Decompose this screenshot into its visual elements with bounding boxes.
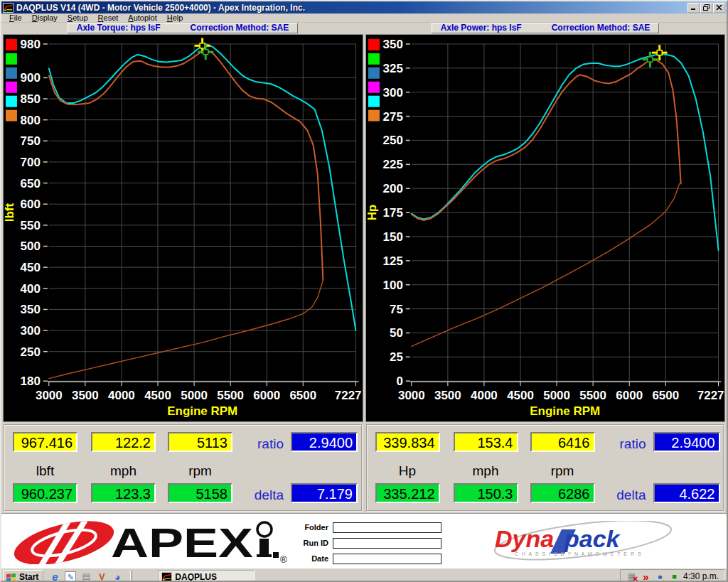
date-label: Date — [294, 554, 328, 563]
rpm-peak-value: 5158 — [168, 483, 232, 503]
speed-peak-value: 123.3 — [91, 483, 156, 503]
power-cursor-value: 339.834 — [375, 432, 440, 452]
status-square-icon[interactable]: ■ — [669, 571, 680, 582]
rpm-unit-label: rpm — [530, 463, 595, 479]
taskbar: Start e ✎ ▤ V ◕ DAQPLUS ▦✕ » ●▲ — [1, 568, 727, 582]
daqplus-task-button[interactable]: DAQPLUS — [158, 570, 255, 582]
windows-flag-icon — [6, 572, 17, 582]
svg-text:275: 275 — [382, 110, 402, 124]
svg-text:50: 50 — [389, 326, 402, 340]
svg-text:400: 400 — [21, 282, 41, 296]
compose-page-icon[interactable]: ✎ — [65, 571, 76, 582]
readouts-row: 967.416 122.2 5113 ratio 2.9400 lbft mph… — [1, 424, 727, 513]
peak-marker — [647, 57, 652, 62]
legend-swatch-3 — [6, 82, 17, 93]
legend-swatch-5 — [6, 110, 17, 122]
menu-file[interactable]: File — [4, 14, 27, 23]
svg-text:225: 225 — [382, 158, 402, 171]
menu-help[interactable]: Help — [162, 14, 188, 23]
torque-cursor-value: 967.416 — [13, 432, 77, 452]
charts-row: 3000350040004500500055006000650072271802… — [1, 33, 727, 424]
ratio-value: 2.9400 — [291, 432, 358, 452]
legend-swatch-4 — [368, 96, 379, 107]
svg-text:Hp: Hp — [366, 205, 379, 221]
svg-text:650: 650 — [21, 177, 41, 190]
cursor-marker — [200, 43, 205, 48]
rpm-unit-label: rpm — [168, 463, 232, 479]
svg-text:600: 600 — [21, 198, 41, 211]
svg-text:250: 250 — [21, 345, 41, 359]
svg-text:4500: 4500 — [507, 389, 534, 402]
legend-swatch-1 — [368, 53, 379, 65]
legend-swatch-3 — [368, 82, 379, 93]
power-chart[interactable]: 3000350040004500500055006000650072270255… — [366, 35, 725, 421]
date-input[interactable] — [333, 554, 441, 564]
svg-text:750: 750 — [21, 134, 41, 148]
svg-text:3000: 3000 — [397, 389, 424, 402]
svg-text:5000: 5000 — [181, 389, 208, 402]
dynapack-logo: Dyna pack C H A S S I S D Y N A M O M E … — [491, 521, 675, 564]
svg-text:500: 500 — [21, 239, 41, 253]
torque-chart[interactable]: 3000350040004500500055006000650072271802… — [4, 35, 363, 421]
torque-header-title: Axle Torque: hps IsF — [77, 23, 161, 33]
fast-forward-icon[interactable]: » — [641, 571, 651, 582]
svg-text:25: 25 — [389, 350, 402, 364]
documents-icon[interactable]: ▤ — [80, 571, 92, 582]
legend-swatch-4 — [6, 96, 17, 107]
minimize-button[interactable] — [687, 3, 700, 13]
torque-measured — [49, 50, 323, 280]
window-title: DAQPLUS V14 (4WD - Motor Vehicle 2500+40… — [16, 3, 687, 13]
clock[interactable]: 4:30 p.m. — [683, 571, 719, 581]
svg-text:Engine RPM: Engine RPM — [167, 404, 237, 418]
menu-display[interactable]: Display — [27, 14, 63, 23]
svg-text:4000: 4000 — [108, 389, 135, 402]
daqplus-task-icon — [161, 572, 172, 582]
legend-swatch-5 — [368, 110, 379, 122]
date-field-row: Date — [294, 553, 441, 564]
menu-setup[interactable]: Setup — [63, 14, 93, 23]
svg-text:250: 250 — [382, 134, 402, 147]
folder-field-row: Folder — [294, 522, 441, 533]
speed-cursor-value: 122.2 — [91, 432, 156, 452]
messenger-globe-icon[interactable]: ◕ — [112, 571, 123, 582]
torque-corrected — [49, 44, 356, 330]
network-disconnected-icon[interactable]: ▦✕ — [626, 571, 637, 582]
connection-warning-icon[interactable]: ●▲ — [655, 571, 665, 582]
cursor-marker — [657, 50, 662, 55]
power-header-title: Axle Power: hps IsF — [441, 23, 522, 33]
svg-text:980: 980 — [21, 38, 41, 51]
media-player-icon[interactable]: V — [96, 571, 107, 582]
runid-input[interactable] — [333, 538, 441, 549]
svg-text:Engine RPM: Engine RPM — [530, 404, 600, 418]
legend-swatch-2 — [6, 68, 17, 79]
taskbar-divider — [130, 571, 132, 582]
svg-text:Dyna: Dyna — [495, 525, 554, 552]
svg-text:550: 550 — [21, 219, 41, 232]
daqplus-task-label: DAQPLUS — [175, 572, 217, 582]
restore-button[interactable] — [700, 3, 712, 13]
ratio-label: ratio — [240, 436, 284, 452]
title-bar: DAQPLUS V14 (4WD - Motor Vehicle 2500+40… — [1, 1, 727, 14]
close-button[interactable] — [713, 3, 725, 13]
speed-unit-label: mph — [454, 463, 518, 479]
legend-swatch-2 — [368, 68, 379, 79]
speed-trace — [411, 183, 679, 346]
power-header-method: Correction Method: SAE — [552, 23, 651, 33]
start-button[interactable]: Start — [3, 570, 43, 582]
svg-text:5500: 5500 — [217, 389, 244, 402]
power-header: Axle Power: hps IsF Correction Method: S… — [432, 23, 660, 33]
power-readout-panel: 339.834 153.4 6416 ratio 2.9400 Hp mph r… — [366, 424, 725, 512]
svg-text:75: 75 — [389, 303, 402, 316]
svg-text:850: 850 — [21, 92, 41, 106]
menu-bar: File Display Setup Reset Autoplot Help — [1, 14, 727, 23]
internet-explorer-icon[interactable]: e — [49, 571, 60, 582]
chart-headers: Axle Torque: hps IsF Correction Method: … — [1, 23, 727, 33]
power-peak-value: 335.212 — [375, 483, 440, 503]
folder-input[interactable] — [333, 522, 441, 533]
svg-text:6000: 6000 — [616, 389, 643, 402]
menu-autoplot[interactable]: Autoplot — [123, 14, 161, 23]
svg-text:175: 175 — [382, 206, 402, 220]
daqplus-app-icon[interactable] — [3, 3, 14, 13]
svg-text:300: 300 — [21, 324, 41, 338]
menu-reset[interactable]: Reset — [93, 14, 124, 23]
